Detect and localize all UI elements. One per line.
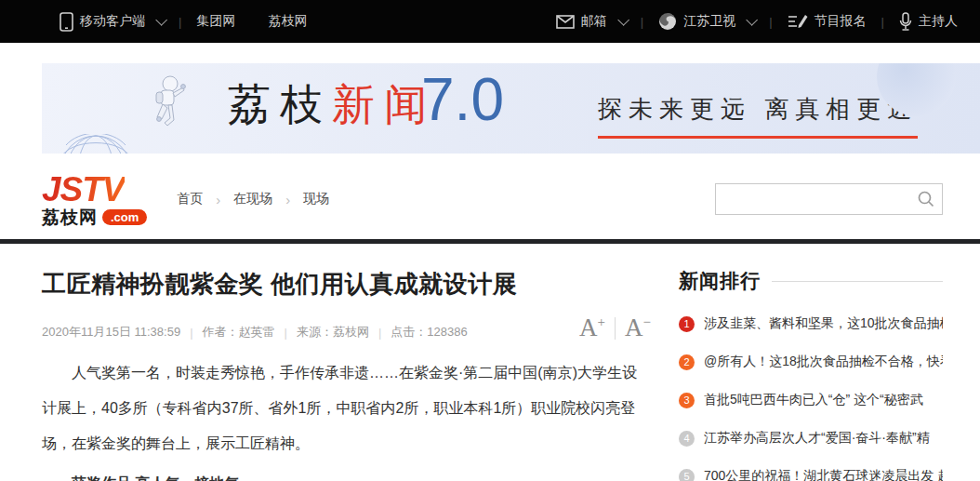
microphone-icon <box>899 12 912 32</box>
meta-divider: | <box>378 326 381 340</box>
article-subheading: 获奖作品 高人气、接地气 <box>42 474 651 481</box>
logo-jstv-text: JSTV <box>42 172 125 207</box>
banner-brand-title: 荔枝新闻 <box>228 76 436 134</box>
main-content: 工匠精神扮靓紫金奖 他们用认真成就设计展 2020年11月15日 11:38:5… <box>0 244 980 481</box>
list-item[interactable]: 2 @所有人！这18批次食品抽检不合格，快看看 <box>679 354 943 370</box>
lizhi-news-7-banner[interactable]: 荔枝新闻 7.0 探未来更远 离真相更近 <box>42 63 980 154</box>
sidebar-title: 新闻排行 <box>679 268 761 294</box>
breadcrumb-separator-icon: › <box>285 192 290 207</box>
topbar-item-label: 移动客户端 <box>80 13 145 30</box>
topbar-item-label: 荔枝网 <box>269 13 308 30</box>
news-ranking-sidebar: 新闻排行 1 涉及韭菜、酱料和坚果，这10批次食品抽检不 2 @所有人！这18批… <box>679 268 943 481</box>
phone-icon <box>60 12 73 32</box>
news-item-text: 江苏举办高层次人才“爱国·奋斗·奉献”精 <box>704 430 930 447</box>
breadcrumb-onsite[interactable]: 在现场 <box>233 191 272 207</box>
rank-badge: 5 <box>679 469 695 481</box>
chevron-down-icon <box>617 14 629 26</box>
site-logo[interactable]: JSTV 荔枝网 .com <box>42 172 147 226</box>
meta-divider: | <box>285 326 287 340</box>
search-input[interactable] <box>716 184 910 214</box>
top-utility-bar: 移动客户端 | 集团网 | 荔枝网 邮箱 | 江苏卫视 | <box>0 0 980 43</box>
font-decrease-button[interactable]: A− <box>625 315 651 341</box>
jstv-swirl-icon <box>658 12 677 31</box>
pen-icon <box>788 13 808 30</box>
topbar-item-program-signup[interactable]: 节目报名 <box>788 13 867 30</box>
site-header-row: JSTV 荔枝网 .com 首页 › 在现场 › 现场 <box>0 154 980 239</box>
logo-site-name: 荔枝网 <box>42 208 98 226</box>
topbar-item-lizhi-site[interactable]: 荔枝网 <box>269 13 308 30</box>
breadcrumb: 首页 › 在现场 › 现场 <box>177 191 329 207</box>
topbar-item-hosts[interactable]: 主持人 <box>899 12 958 32</box>
banner-slogan: 探未来更远 离真相更近 <box>598 93 918 139</box>
list-item[interactable]: 1 涉及韭菜、酱料和坚果，这10批次食品抽检不 <box>679 315 943 332</box>
news-item-text: 首批5吨巴西牛肉已入“仓” 这个“秘密武 <box>704 392 923 408</box>
article-column: 工匠精神扮靓紫金奖 他们用认真成就设计展 2020年11月15日 11:38:5… <box>42 268 651 481</box>
article-date: 2020年11月15日 11:38:59 <box>42 324 180 341</box>
astronaut-illustration <box>142 74 187 140</box>
article-meta-row: 2020年11月15日 11:38:59 | 作者：赵英雷 | 来源：荔枝网 |… <box>42 315 651 341</box>
list-item[interactable]: 5 700公里的祝福！湖北黄石球迷凌晨出发 赶赴 <box>679 468 943 481</box>
topbar-divider: | <box>641 15 643 29</box>
topbar-item-label: 江苏卫视 <box>683 13 735 30</box>
topbar-item-label: 邮箱 <box>581 13 607 30</box>
article-source: 来源：荔枝网 <box>297 324 369 341</box>
breadcrumb-current: 现场 <box>303 191 329 207</box>
banner-version-number: 7.0 <box>421 65 504 134</box>
news-item-text: 700公里的祝福！湖北黄石球迷凌晨出发 赶赴 <box>704 468 943 481</box>
rank-badge: 3 <box>679 393 695 408</box>
news-item-text: @所有人！这18批次食品抽检不合格，快看看 <box>704 354 943 370</box>
sidebar-header-rule <box>772 281 943 282</box>
banner-brand-black: 荔枝 <box>228 81 332 128</box>
rank-badge: 4 <box>679 431 695 447</box>
topbar-divider: | <box>769 15 772 29</box>
rank-badge: 2 <box>679 354 695 370</box>
topbar-item-label: 节目报名 <box>814 13 867 30</box>
font-control-divider <box>615 317 616 340</box>
topbar-item-group-site[interactable]: 集团网 <box>196 13 235 30</box>
article-clicks: 点击：128386 <box>391 324 467 341</box>
search-button[interactable] <box>910 184 942 214</box>
mail-icon <box>556 15 575 29</box>
topbar-item-mobile-app[interactable]: 移动客户端 <box>60 12 164 32</box>
list-item[interactable]: 3 首批5吨巴西牛肉已入“仓” 这个“秘密武 <box>679 392 943 408</box>
search-box <box>715 183 943 215</box>
article-author: 作者：赵英雷 <box>203 324 275 341</box>
article-paragraph: 人气奖第一名，时装走秀惊艳，手作传承非遗……在紫金奖·第二届中国(南京)大学生设… <box>42 355 651 461</box>
topbar-divider: | <box>881 15 884 29</box>
breadcrumb-home[interactable]: 首页 <box>177 191 203 207</box>
logo-com-badge: .com <box>102 209 147 225</box>
rank-badge: 1 <box>679 316 695 332</box>
meta-divider: | <box>190 326 192 340</box>
topbar-left-group: 移动客户端 | 集团网 | 荔枝网 <box>60 12 308 32</box>
topbar-item-label: 集团网 <box>196 13 235 30</box>
globe-illustration <box>59 134 133 154</box>
font-size-controls: A+ A− <box>579 315 651 341</box>
news-item-text: 涉及韭菜、酱料和坚果，这10批次食品抽检不 <box>704 315 943 332</box>
topbar-right-group: 邮箱 | 江苏卫视 | 节目报名 | 主持人 <box>556 12 958 32</box>
logo-subline: 荔枝网 .com <box>42 208 147 226</box>
article-title: 工匠精神扮靓紫金奖 他们用认真成就设计展 <box>42 268 651 301</box>
topbar-divider: | <box>250 15 253 29</box>
news-ranking-list: 1 涉及韭菜、酱料和坚果，这10批次食品抽检不 2 @所有人！这18批次食品抽检… <box>679 315 943 481</box>
chevron-down-icon <box>746 14 758 26</box>
breadcrumb-separator-icon: › <box>216 192 220 207</box>
chevron-down-icon <box>155 14 167 26</box>
topbar-item-jiangsu-tv[interactable]: 江苏卫视 <box>658 12 754 31</box>
search-icon <box>918 191 934 207</box>
topbar-divider: | <box>179 15 181 29</box>
font-increase-button[interactable]: A+ <box>579 315 605 341</box>
list-item[interactable]: 4 江苏举办高层次人才“爱国·奋斗·奉献”精 <box>679 430 943 447</box>
article-meta: 2020年11月15日 11:38:59 | 作者：赵英雷 | 来源：荔枝网 |… <box>42 324 468 341</box>
topbar-item-label: 主持人 <box>919 13 958 30</box>
sidebar-header: 新闻排行 <box>679 268 943 294</box>
topbar-item-mailbox[interactable]: 邮箱 <box>556 13 626 30</box>
